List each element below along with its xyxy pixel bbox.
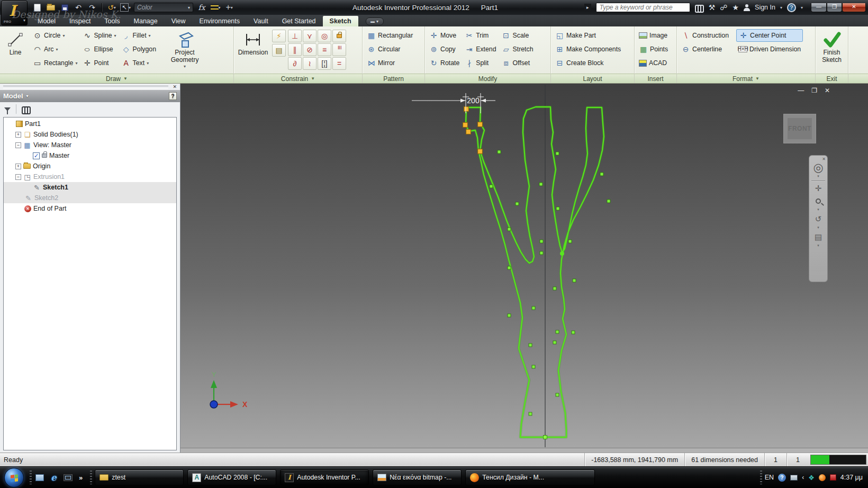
save-button[interactable] <box>59 2 70 13</box>
communication-center-icon[interactable]: ☍ <box>720 4 727 11</box>
taskbar-button-тенсил-дизайн-m[interactable]: Тенсил Дизайн - M... <box>465 469 595 485</box>
steering-wheel-icon[interactable]: ◎ <box>813 161 823 174</box>
view-cube-front-face[interactable]: FRONT <box>788 118 812 139</box>
point-button[interactable]: ✛Point <box>80 57 118 69</box>
sketch-point[interactable] <box>532 365 535 368</box>
tree-item-sketch1[interactable]: ✎Sketch1 <box>4 182 176 193</box>
fix-constraint-button[interactable] <box>332 30 346 42</box>
panel-label-insert[interactable]: Insert <box>635 74 676 83</box>
symmetric-constraint-button[interactable]: ≀ <box>303 57 317 70</box>
pan-icon[interactable]: ✛ <box>815 182 822 195</box>
tree-item-solid-bodies-1[interactable]: +❏Solid Bodies(1) <box>4 129 176 140</box>
branch-junction-point[interactable] <box>560 251 564 256</box>
taskbar-button-ν-α-εικ-να-bitmap[interactable]: Νέα εικόνα bitmap -... <box>373 469 462 485</box>
tree-item-part1[interactable]: Part1 <box>4 119 176 129</box>
tab-view[interactable]: View <box>165 16 193 26</box>
rotate-button[interactable]: ↻Rotate <box>427 57 462 69</box>
move-button[interactable]: ✛Move <box>427 29 462 42</box>
sketch-point[interactable] <box>529 344 532 347</box>
doc-restore-button[interactable]: ❐ <box>811 87 817 94</box>
favorites-star-icon[interactable]: ★ <box>732 4 739 11</box>
dimension-value-text[interactable]: 200 <box>467 96 480 105</box>
taskbar-button-autodesk-inventor-p[interactable]: IAutodesk Inventor P... <box>280 469 369 485</box>
sketch-point[interactable] <box>498 150 501 153</box>
chevron-down-icon[interactable]: ▾ <box>780 5 782 10</box>
expander-icon[interactable]: − <box>15 174 21 180</box>
center-point-button[interactable]: ✛Center Point <box>736 29 803 42</box>
tree-item-extrusion1[interactable]: −◳Extrusion1 <box>4 171 176 182</box>
auto-dimension-button[interactable]: ⚡ <box>272 30 286 42</box>
sketch-outline[interactable] <box>466 107 604 437</box>
sketch-point[interactable] <box>556 152 559 155</box>
rectangular-pattern-button[interactable]: ▦Rectangular <box>365 29 415 42</box>
equal-constraint-button[interactable]: = <box>332 57 346 70</box>
expander-icon[interactable]: + <box>15 164 21 169</box>
search-expand-button[interactable]: ▸ <box>584 4 591 12</box>
taskbar-button-autocad-2008-c[interactable]: AAutoCAD 2008 - [C:... <box>187 469 276 485</box>
close-button[interactable]: ✕ <box>842 3 866 12</box>
sketch-point[interactable] <box>540 251 543 255</box>
sketch-point[interactable] <box>553 341 556 344</box>
sketch-point[interactable] <box>529 412 532 415</box>
selected-vertex[interactable] <box>463 123 468 128</box>
orbit-icon[interactable]: ↺ <box>815 213 822 225</box>
view-cube[interactable]: FRONT <box>783 114 816 143</box>
sketch-point[interactable] <box>600 173 603 176</box>
project-geometry-button[interactable]: Project Geometry ▾ <box>160 29 209 72</box>
coincident-constraint-button[interactable]: ⋎ <box>303 30 317 42</box>
expander-icon[interactable]: + <box>15 132 21 138</box>
concentric-constraint-button[interactable]: ◎ <box>318 30 331 42</box>
parameters-fx-button[interactable]: fx <box>196 2 207 13</box>
finish-sketch-button[interactable]: Finish Sketch <box>818 29 846 72</box>
quick-launch-overflow-button[interactable]: » <box>79 474 83 482</box>
sketch-point[interactable] <box>540 240 543 243</box>
add-button[interactable]: +▾ <box>224 2 234 13</box>
tab-tools[interactable]: Tools <box>97 16 126 26</box>
language-indicator[interactable]: EN <box>765 474 774 481</box>
browser-help-button[interactable]: ? <box>169 92 177 100</box>
parallel-constraint-button[interactable]: ∥ <box>288 43 302 56</box>
ellipse-button[interactable]: ○Ellipse <box>80 43 118 56</box>
panel-label-modify[interactable]: Modify <box>425 74 550 83</box>
subscription-wrench-icon[interactable]: ⚒ <box>709 4 716 11</box>
sketch-point[interactable] <box>607 200 610 203</box>
selected-vertex[interactable] <box>478 122 483 127</box>
start-button[interactable] <box>4 468 24 487</box>
filter-icon[interactable] <box>4 107 11 111</box>
chevron-down-icon[interactable]: ▾ <box>817 174 819 179</box>
mirror-button[interactable]: ⋈Mirror <box>365 57 415 69</box>
tray-app-icon-teal[interactable]: ❖ <box>808 474 815 482</box>
symmetry-brackets-constraint-button[interactable]: [¦] <box>318 57 331 70</box>
undo-button[interactable]: ↶ <box>73 2 84 13</box>
sketch-point[interactable] <box>556 330 559 333</box>
selected-vertex[interactable] <box>464 107 469 112</box>
circular-pattern-button[interactable]: ⊛Circular <box>365 43 415 56</box>
sketch-point[interactable] <box>573 279 576 282</box>
sketch-point[interactable] <box>539 183 542 186</box>
tree-item-master[interactable]: ✓Master <box>4 150 176 161</box>
tab-sketch[interactable]: Sketch <box>323 16 358 26</box>
make-components-button[interactable]: ⊞Make Components <box>553 43 623 56</box>
new-file-button[interactable] <box>32 2 42 13</box>
chevron-down-icon[interactable]: ▾ <box>817 243 819 249</box>
arc-button[interactable]: ◠Arc▾ <box>31 43 79 56</box>
selected-vertex[interactable] <box>478 149 483 154</box>
sketch-point[interactable] <box>508 266 511 269</box>
help-icon[interactable]: ? <box>787 3 796 12</box>
points-button[interactable]: ▦Points <box>637 43 670 56</box>
select-button[interactable]: ↖▾ <box>120 2 131 13</box>
sketch-point[interactable] <box>572 331 575 334</box>
collinear-constraint-button[interactable]: ≡ <box>318 43 331 56</box>
sketch-point[interactable] <box>568 240 572 243</box>
chevron-down-icon[interactable]: ▾ <box>817 207 819 213</box>
chevron-down-icon[interactable]: ▾ <box>817 225 819 231</box>
circle-button[interactable]: ⊙Circle▾ <box>31 29 79 42</box>
tab-environments[interactable]: Environments <box>193 16 247 26</box>
zoom-icon[interactable] <box>816 195 821 207</box>
panel-label-exit[interactable]: Exit <box>816 74 848 83</box>
tree-item-view-master[interactable]: −▦View: Master <box>4 140 176 150</box>
help-tray-icon[interactable]: ? <box>778 474 786 482</box>
acad-button[interactable]: ACAD <box>637 57 670 69</box>
construction-button[interactable]: ∖Construction <box>679 29 731 42</box>
chevron-left-icon[interactable]: ‹ <box>802 474 804 481</box>
